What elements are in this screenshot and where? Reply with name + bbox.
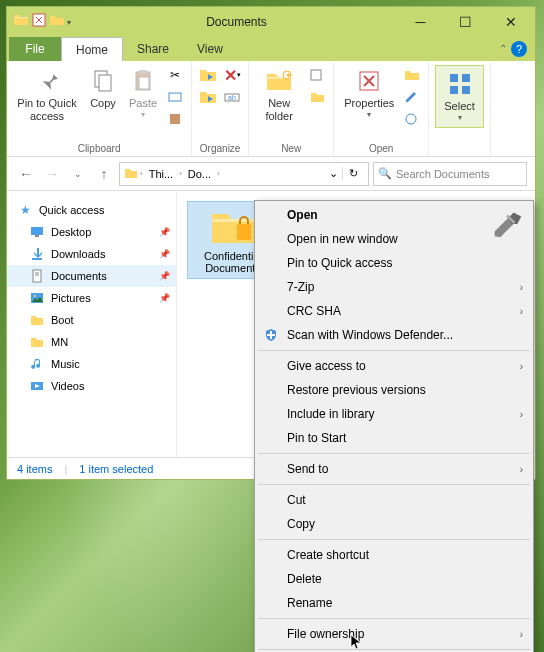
sidebar-item-pictures[interactable]: Pictures📌 <box>7 287 176 309</box>
select-button[interactable]: Select ▾ <box>435 65 484 128</box>
up-button[interactable]: ↑ <box>93 163 115 185</box>
menu-create-shortcut[interactable]: Create shortcut <box>257 543 531 567</box>
address-bar: ← → ⌄ ↑ › Thi... › Do... › ⌄ ↻ 🔍 Search … <box>7 157 535 191</box>
help-icon[interactable]: ? <box>511 41 527 57</box>
menu-restore-versions[interactable]: Restore previous versions <box>257 378 531 402</box>
sidebar-item-mn[interactable]: MN <box>7 331 176 353</box>
folder-icon <box>124 166 138 182</box>
organize-group-label: Organize <box>200 143 241 154</box>
menu-cut[interactable]: Cut <box>257 488 531 512</box>
easy-access-icon[interactable] <box>307 87 327 107</box>
qat-dropdown-icon[interactable]: ▾ <box>67 18 71 27</box>
new-group-label: New <box>281 143 301 154</box>
maximize-button[interactable]: ☐ <box>443 7 488 37</box>
folder-icon <box>29 334 45 350</box>
forward-button[interactable]: → <box>41 163 63 185</box>
sidebar-item-downloads[interactable]: Downloads📌 <box>7 243 176 265</box>
menu-open-new-window[interactable]: Open in new window <box>257 227 531 251</box>
path-dropdown-icon[interactable]: ⌄ <box>325 167 342 180</box>
svg-rect-21 <box>32 258 42 260</box>
new-folder-icon: ✦ <box>265 67 293 95</box>
menu-delete[interactable]: Delete <box>257 567 531 591</box>
menu-open[interactable]: Open <box>257 203 531 227</box>
cut-icon[interactable]: ✂ <box>165 65 185 85</box>
menu-file-ownership[interactable]: File ownership› <box>257 622 531 646</box>
videos-icon <box>29 378 45 394</box>
quick-access-toolbar: ▾ <box>9 12 75 32</box>
new-folder-button[interactable]: ✦ New folder <box>255 65 303 125</box>
pin-icon <box>33 67 61 95</box>
svg-rect-30 <box>267 334 275 336</box>
menu-defender[interactable]: Scan with Windows Defender... <box>257 323 531 347</box>
properties-button[interactable]: Properties ▾ <box>340 65 398 122</box>
locked-folder-icon <box>209 206 257 246</box>
tab-home[interactable]: Home <box>61 37 123 61</box>
menu-7zip[interactable]: 7-Zip› <box>257 275 531 299</box>
tab-file[interactable]: File <box>9 37 61 61</box>
pin-icon: 📌 <box>159 293 170 303</box>
qat-newfolder-icon[interactable] <box>49 12 65 32</box>
new-item-icon[interactable] <box>307 65 327 85</box>
breadcrumb[interactable]: › Thi... › Do... › ⌄ ↻ <box>119 162 369 186</box>
close-button[interactable]: ✕ <box>488 7 533 37</box>
documents-icon <box>29 268 45 284</box>
pin-to-quick-access-button[interactable]: Pin to Quick access <box>13 65 81 125</box>
sidebar-item-documents[interactable]: Documents📌 <box>7 265 176 287</box>
svg-rect-19 <box>31 227 43 235</box>
move-to-icon[interactable] <box>198 65 218 85</box>
folder-icon <box>13 12 29 32</box>
svg-rect-22 <box>33 270 41 282</box>
pictures-icon <box>29 290 45 306</box>
search-icon: 🔍 <box>378 167 392 180</box>
menu-crc-sha[interactable]: CRC SHA› <box>257 299 531 323</box>
item-count: 4 items <box>17 463 52 475</box>
pin-icon: 📌 <box>159 227 170 237</box>
star-icon: ★ <box>17 202 33 218</box>
menu-include-library[interactable]: Include in library› <box>257 402 531 426</box>
copy-path-icon[interactable] <box>165 87 185 107</box>
downloads-icon <box>29 246 45 262</box>
open-icon[interactable] <box>402 65 422 85</box>
pin-icon: 📌 <box>159 271 170 281</box>
svg-rect-5 <box>139 77 149 89</box>
menu-rename[interactable]: Rename <box>257 591 531 615</box>
back-button[interactable]: ← <box>15 163 37 185</box>
svg-rect-12 <box>311 70 321 80</box>
selection-count: 1 item selected <box>79 463 153 475</box>
tab-view[interactable]: View <box>183 37 237 61</box>
paste-shortcut-icon[interactable] <box>165 109 185 129</box>
ribbon-collapse-icon[interactable]: ⌃ <box>499 43 507 54</box>
recent-dropdown[interactable]: ⌄ <box>67 163 89 185</box>
sidebar-item-music[interactable]: Music <box>7 353 176 375</box>
edit-icon[interactable] <box>402 87 422 107</box>
sidebar-item-boot[interactable]: Boot <box>7 309 176 331</box>
history-icon[interactable] <box>402 109 422 129</box>
sidebar-item-desktop[interactable]: Desktop📌 <box>7 221 176 243</box>
select-icon <box>446 70 474 98</box>
menu-pin-start[interactable]: Pin to Start <box>257 426 531 450</box>
qat-properties-icon[interactable] <box>31 12 47 32</box>
refresh-icon[interactable]: ↻ <box>342 167 364 180</box>
menu-pin-quick-access[interactable]: Pin to Quick access <box>257 251 531 275</box>
copy-to-icon[interactable] <box>198 87 218 107</box>
menu-send-to[interactable]: Send to› <box>257 457 531 481</box>
svg-point-26 <box>34 295 36 297</box>
clipboard-group-label: Clipboard <box>78 143 121 154</box>
sidebar-item-videos[interactable]: Videos <box>7 375 176 397</box>
search-input[interactable]: 🔍 Search Documents <box>373 162 527 186</box>
paste-button[interactable]: Paste ▾ <box>125 65 161 122</box>
copy-button[interactable]: Copy <box>85 65 121 112</box>
svg-text:ab: ab <box>228 94 236 101</box>
svg-rect-16 <box>462 74 470 82</box>
svg-rect-17 <box>450 86 458 94</box>
tab-share[interactable]: Share <box>123 37 183 61</box>
rename-icon[interactable]: ab <box>222 87 242 107</box>
menu-give-access[interactable]: Give access to› <box>257 354 531 378</box>
svg-rect-15 <box>450 74 458 82</box>
menu-copy[interactable]: Copy <box>257 512 531 536</box>
minimize-button[interactable]: ─ <box>398 7 443 37</box>
sidebar-quick-access[interactable]: ★ Quick access <box>7 199 176 221</box>
svg-rect-6 <box>169 93 181 101</box>
delete-icon[interactable]: ✕▾ <box>222 65 242 85</box>
properties-icon <box>355 67 383 95</box>
